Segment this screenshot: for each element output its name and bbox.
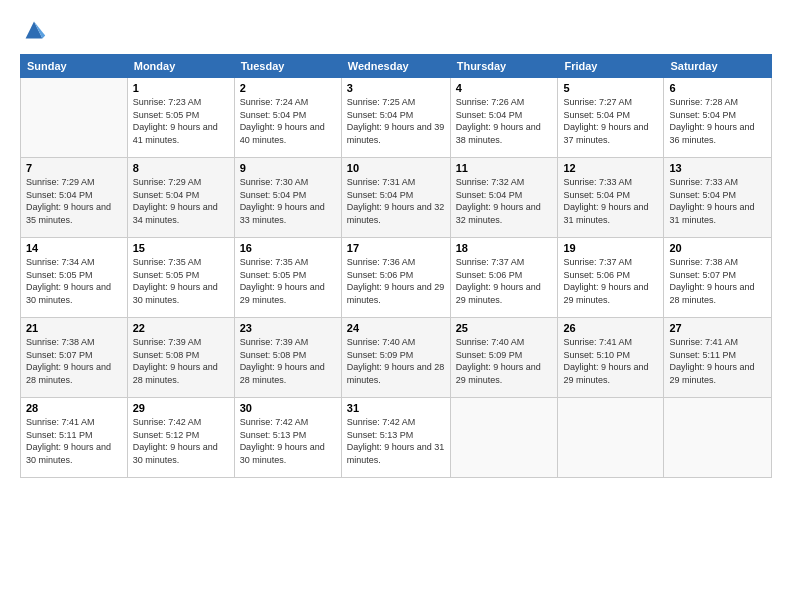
calendar-cell: 10 Sunrise: 7:31 AMSunset: 5:04 PMDaylig… — [341, 158, 450, 238]
calendar-cell: 1 Sunrise: 7:23 AMSunset: 5:05 PMDayligh… — [127, 78, 234, 158]
day-header-friday: Friday — [558, 55, 664, 78]
calendar-cell: 3 Sunrise: 7:25 AMSunset: 5:04 PMDayligh… — [341, 78, 450, 158]
day-number: 25 — [456, 322, 553, 334]
day-info: Sunrise: 7:36 AMSunset: 5:06 PMDaylight:… — [347, 256, 445, 306]
day-info: Sunrise: 7:40 AMSunset: 5:09 PMDaylight:… — [347, 336, 445, 386]
calendar-cell: 20 Sunrise: 7:38 AMSunset: 5:07 PMDaylig… — [664, 238, 772, 318]
day-number: 13 — [669, 162, 766, 174]
calendar-cell: 23 Sunrise: 7:39 AMSunset: 5:08 PMDaylig… — [234, 318, 341, 398]
day-info: Sunrise: 7:41 AMSunset: 5:11 PMDaylight:… — [669, 336, 766, 386]
calendar-cell — [664, 398, 772, 478]
calendar-cell: 13 Sunrise: 7:33 AMSunset: 5:04 PMDaylig… — [664, 158, 772, 238]
day-number: 23 — [240, 322, 336, 334]
day-number: 8 — [133, 162, 229, 174]
calendar-week-row: 1 Sunrise: 7:23 AMSunset: 5:05 PMDayligh… — [21, 78, 772, 158]
day-number: 31 — [347, 402, 445, 414]
calendar-cell: 2 Sunrise: 7:24 AMSunset: 5:04 PMDayligh… — [234, 78, 341, 158]
day-number: 7 — [26, 162, 122, 174]
calendar-week-row: 14 Sunrise: 7:34 AMSunset: 5:05 PMDaylig… — [21, 238, 772, 318]
calendar-cell: 6 Sunrise: 7:28 AMSunset: 5:04 PMDayligh… — [664, 78, 772, 158]
day-number: 4 — [456, 82, 553, 94]
day-info: Sunrise: 7:38 AMSunset: 5:07 PMDaylight:… — [26, 336, 122, 386]
calendar-cell: 16 Sunrise: 7:35 AMSunset: 5:05 PMDaylig… — [234, 238, 341, 318]
day-info: Sunrise: 7:32 AMSunset: 5:04 PMDaylight:… — [456, 176, 553, 226]
day-number: 27 — [669, 322, 766, 334]
day-number: 15 — [133, 242, 229, 254]
calendar-cell: 14 Sunrise: 7:34 AMSunset: 5:05 PMDaylig… — [21, 238, 128, 318]
day-number: 3 — [347, 82, 445, 94]
day-info: Sunrise: 7:41 AMSunset: 5:11 PMDaylight:… — [26, 416, 122, 466]
day-info: Sunrise: 7:35 AMSunset: 5:05 PMDaylight:… — [240, 256, 336, 306]
day-number: 2 — [240, 82, 336, 94]
day-info: Sunrise: 7:28 AMSunset: 5:04 PMDaylight:… — [669, 96, 766, 146]
day-number: 26 — [563, 322, 658, 334]
day-number: 30 — [240, 402, 336, 414]
calendar-cell: 24 Sunrise: 7:40 AMSunset: 5:09 PMDaylig… — [341, 318, 450, 398]
day-number: 21 — [26, 322, 122, 334]
day-info: Sunrise: 7:25 AMSunset: 5:04 PMDaylight:… — [347, 96, 445, 146]
calendar-header-row: SundayMondayTuesdayWednesdayThursdayFrid… — [21, 55, 772, 78]
day-info: Sunrise: 7:33 AMSunset: 5:04 PMDaylight:… — [669, 176, 766, 226]
calendar-cell: 22 Sunrise: 7:39 AMSunset: 5:08 PMDaylig… — [127, 318, 234, 398]
day-number: 14 — [26, 242, 122, 254]
calendar-cell: 19 Sunrise: 7:37 AMSunset: 5:06 PMDaylig… — [558, 238, 664, 318]
calendar-cell: 7 Sunrise: 7:29 AMSunset: 5:04 PMDayligh… — [21, 158, 128, 238]
calendar-cell — [450, 398, 558, 478]
day-number: 18 — [456, 242, 553, 254]
day-header-sunday: Sunday — [21, 55, 128, 78]
calendar-cell: 29 Sunrise: 7:42 AMSunset: 5:12 PMDaylig… — [127, 398, 234, 478]
day-number: 17 — [347, 242, 445, 254]
day-header-monday: Monday — [127, 55, 234, 78]
calendar-cell: 31 Sunrise: 7:42 AMSunset: 5:13 PMDaylig… — [341, 398, 450, 478]
day-info: Sunrise: 7:35 AMSunset: 5:05 PMDaylight:… — [133, 256, 229, 306]
day-info: Sunrise: 7:26 AMSunset: 5:04 PMDaylight:… — [456, 96, 553, 146]
calendar-page: SundayMondayTuesdayWednesdayThursdayFrid… — [0, 0, 792, 612]
day-number: 5 — [563, 82, 658, 94]
day-number: 9 — [240, 162, 336, 174]
day-info: Sunrise: 7:29 AMSunset: 5:04 PMDaylight:… — [26, 176, 122, 226]
calendar-cell: 15 Sunrise: 7:35 AMSunset: 5:05 PMDaylig… — [127, 238, 234, 318]
day-number: 19 — [563, 242, 658, 254]
day-number: 29 — [133, 402, 229, 414]
day-number: 28 — [26, 402, 122, 414]
calendar-cell: 28 Sunrise: 7:41 AMSunset: 5:11 PMDaylig… — [21, 398, 128, 478]
day-info: Sunrise: 7:29 AMSunset: 5:04 PMDaylight:… — [133, 176, 229, 226]
calendar-cell: 26 Sunrise: 7:41 AMSunset: 5:10 PMDaylig… — [558, 318, 664, 398]
day-header-tuesday: Tuesday — [234, 55, 341, 78]
day-info: Sunrise: 7:31 AMSunset: 5:04 PMDaylight:… — [347, 176, 445, 226]
day-header-saturday: Saturday — [664, 55, 772, 78]
calendar-cell: 5 Sunrise: 7:27 AMSunset: 5:04 PMDayligh… — [558, 78, 664, 158]
calendar-cell: 27 Sunrise: 7:41 AMSunset: 5:11 PMDaylig… — [664, 318, 772, 398]
day-info: Sunrise: 7:42 AMSunset: 5:13 PMDaylight:… — [347, 416, 445, 466]
day-number: 22 — [133, 322, 229, 334]
day-number: 24 — [347, 322, 445, 334]
day-info: Sunrise: 7:40 AMSunset: 5:09 PMDaylight:… — [456, 336, 553, 386]
day-info: Sunrise: 7:24 AMSunset: 5:04 PMDaylight:… — [240, 96, 336, 146]
calendar-cell: 8 Sunrise: 7:29 AMSunset: 5:04 PMDayligh… — [127, 158, 234, 238]
calendar-cell: 17 Sunrise: 7:36 AMSunset: 5:06 PMDaylig… — [341, 238, 450, 318]
day-info: Sunrise: 7:38 AMSunset: 5:07 PMDaylight:… — [669, 256, 766, 306]
day-number: 6 — [669, 82, 766, 94]
day-number: 20 — [669, 242, 766, 254]
calendar-cell: 21 Sunrise: 7:38 AMSunset: 5:07 PMDaylig… — [21, 318, 128, 398]
calendar-week-row: 21 Sunrise: 7:38 AMSunset: 5:07 PMDaylig… — [21, 318, 772, 398]
calendar-cell: 4 Sunrise: 7:26 AMSunset: 5:04 PMDayligh… — [450, 78, 558, 158]
day-info: Sunrise: 7:42 AMSunset: 5:13 PMDaylight:… — [240, 416, 336, 466]
day-header-wednesday: Wednesday — [341, 55, 450, 78]
day-info: Sunrise: 7:33 AMSunset: 5:04 PMDaylight:… — [563, 176, 658, 226]
logo-icon — [20, 16, 48, 44]
day-info: Sunrise: 7:39 AMSunset: 5:08 PMDaylight:… — [133, 336, 229, 386]
day-info: Sunrise: 7:42 AMSunset: 5:12 PMDaylight:… — [133, 416, 229, 466]
day-info: Sunrise: 7:37 AMSunset: 5:06 PMDaylight:… — [456, 256, 553, 306]
logo — [20, 16, 50, 44]
calendar-cell: 11 Sunrise: 7:32 AMSunset: 5:04 PMDaylig… — [450, 158, 558, 238]
day-number: 11 — [456, 162, 553, 174]
calendar-table: SundayMondayTuesdayWednesdayThursdayFrid… — [20, 54, 772, 478]
day-number: 12 — [563, 162, 658, 174]
day-info: Sunrise: 7:30 AMSunset: 5:04 PMDaylight:… — [240, 176, 336, 226]
calendar-cell: 12 Sunrise: 7:33 AMSunset: 5:04 PMDaylig… — [558, 158, 664, 238]
calendar-cell: 9 Sunrise: 7:30 AMSunset: 5:04 PMDayligh… — [234, 158, 341, 238]
calendar-cell: 30 Sunrise: 7:42 AMSunset: 5:13 PMDaylig… — [234, 398, 341, 478]
calendar-cell: 18 Sunrise: 7:37 AMSunset: 5:06 PMDaylig… — [450, 238, 558, 318]
day-info: Sunrise: 7:23 AMSunset: 5:05 PMDaylight:… — [133, 96, 229, 146]
